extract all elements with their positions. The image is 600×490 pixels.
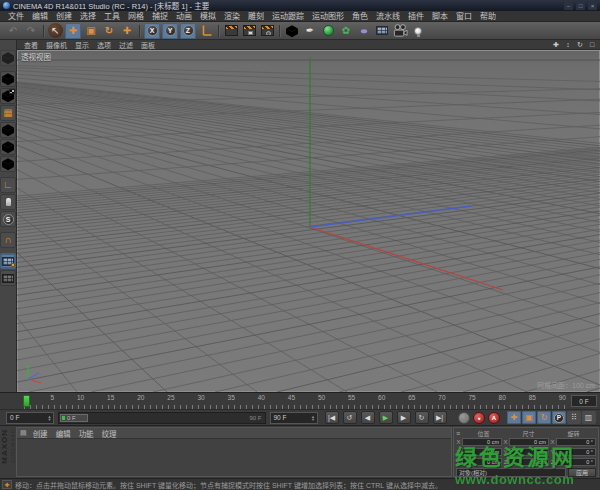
panel-menu-icon[interactable]: ≡	[456, 430, 460, 437]
magnet-snap-button[interactable]: ∩	[0, 232, 16, 248]
viewport-menu-item[interactable]: 摄像机	[42, 40, 71, 50]
current-frame-marker[interactable]	[23, 395, 30, 407]
rotate-view-button[interactable]: ↻	[575, 40, 585, 49]
menubar-item[interactable]: 雕刻	[244, 11, 268, 22]
record-active-objects-button[interactable]: ●	[473, 412, 485, 424]
panel-menu-icon[interactable]: ▤	[20, 429, 27, 437]
menubar-item[interactable]: 脚本	[428, 11, 452, 22]
menubar-item[interactable]: 捕捉	[148, 11, 172, 22]
add-spline-button[interactable]: ✒	[302, 23, 318, 39]
viewport-menu-item[interactable]: 显示	[71, 40, 93, 50]
axis-lock-button[interactable]: ∟	[0, 177, 16, 193]
timeline-ticks[interactable]: 051015202530354045505560657075808590	[24, 394, 566, 409]
menubar-item[interactable]: 运动图形	[308, 11, 348, 22]
next-frame-button[interactable]: ▶	[397, 411, 411, 424]
locked-workplane-button[interactable]	[0, 270, 16, 286]
material-menu-item[interactable]: 创建	[29, 428, 52, 439]
menubar-item[interactable]: 网格	[124, 11, 148, 22]
menubar-item[interactable]: 选择	[76, 11, 100, 22]
workplane-button[interactable]	[0, 253, 16, 269]
add-light-button[interactable]	[410, 23, 426, 39]
key-position-toggle[interactable]: ✚	[507, 411, 521, 424]
coord-value-field[interactable]: 0 °	[556, 448, 596, 456]
coord-value-field[interactable]: 0 cm	[509, 438, 549, 446]
redo-button[interactable]: ↷	[23, 23, 39, 39]
apply-button[interactable]: 应用	[568, 468, 596, 477]
undo-button[interactable]: ↶	[5, 23, 21, 39]
render-settings-button[interactable]	[259, 23, 275, 39]
move-tool[interactable]: ✚	[65, 23, 81, 39]
coord-value-field[interactable]: 0 °	[556, 438, 596, 446]
viewport-menu-item[interactable]: 过滤	[115, 40, 137, 50]
menubar-item[interactable]: 运动跟踪	[268, 11, 308, 22]
autokeying-button[interactable]: A	[488, 412, 500, 424]
pan-view-button[interactable]: ✚	[551, 40, 561, 49]
coord-value-field[interactable]: 0 cm	[462, 438, 502, 446]
live-selection-tool[interactable]: ↖	[48, 23, 63, 38]
goto-previous-key-button[interactable]: ↺	[343, 411, 357, 424]
coord-value-field[interactable]: 0 °	[556, 458, 596, 466]
viewport-menu-item[interactable]: 选项	[93, 40, 115, 50]
key-parameter-toggle[interactable]: P	[552, 411, 566, 424]
add-generator-button[interactable]	[320, 23, 336, 39]
menubar-item[interactable]: 帮助	[476, 11, 500, 22]
spinner-arrows-icon[interactable]: ▲▼	[310, 415, 317, 421]
range-end-field[interactable]: 90 F ▲▼	[270, 412, 318, 424]
scale-tool[interactable]: ▣	[83, 23, 99, 39]
maximize-button[interactable]: □	[576, 2, 585, 10]
add-camera-button[interactable]	[392, 23, 408, 39]
menubar-item[interactable]: 工具	[100, 11, 124, 22]
make-editable-button[interactable]	[0, 50, 16, 66]
last-used-tool[interactable]: ✚	[119, 23, 135, 39]
coord-value-field[interactable]: 0 cm	[509, 448, 549, 456]
edges-mode-button[interactable]	[0, 122, 16, 138]
add-floor-button[interactable]	[374, 23, 390, 39]
play-button[interactable]: ▶	[379, 411, 393, 424]
material-list-area[interactable]	[17, 439, 451, 476]
spinner-arrows-icon[interactable]: ▲▼	[46, 415, 53, 421]
menubar-item[interactable]: 窗口	[452, 11, 476, 22]
lock-z-axis-button[interactable]: Z	[180, 23, 196, 39]
menubar-item[interactable]: 文件	[4, 11, 28, 22]
viewport-menu-item[interactable]: 查看	[20, 40, 42, 50]
menubar-item[interactable]: 编辑	[28, 11, 52, 22]
rotate-tool[interactable]: ↻	[101, 23, 117, 39]
model-mode-button[interactable]	[0, 71, 16, 87]
goto-next-key-button[interactable]: ↻	[415, 411, 429, 424]
points-mode-button[interactable]: ▦	[0, 105, 16, 121]
add-deformer-button[interactable]: ✿	[338, 23, 354, 39]
coord-value-field[interactable]: 0 cm	[462, 458, 502, 466]
timeline-slider-handle[interactable]: 0 F	[60, 414, 88, 422]
title-bar[interactable]: CINEMA 4D R14&011 Studio (RC - R14) - [未…	[0, 0, 600, 11]
minimize-button[interactable]: –	[564, 2, 573, 10]
material-menu-item[interactable]: 纹理	[98, 428, 121, 439]
polygons-mode-button[interactable]	[0, 139, 16, 155]
object-axis-mode-button[interactable]	[0, 156, 16, 172]
menubar-item[interactable]: 流水线	[372, 11, 404, 22]
key-scale-toggle[interactable]: ▣	[522, 411, 536, 424]
coord-value-field[interactable]: 0 cm	[462, 448, 502, 456]
add-environment-button[interactable]: ●	[356, 23, 372, 39]
timeline-layout-button[interactable]: ▥	[582, 411, 596, 424]
goto-end-button[interactable]: ▶|	[433, 411, 447, 424]
key-pla-toggle[interactable]: ⠿	[567, 411, 581, 424]
lock-x-axis-button[interactable]: X	[144, 23, 160, 39]
key-rotation-toggle[interactable]: ↻	[537, 411, 551, 424]
render-picture-viewer-button[interactable]	[241, 23, 257, 39]
viewport-solo-button[interactable]	[0, 194, 16, 210]
timeline-ruler[interactable]: 051015202530354045505560657075808590 0 F	[0, 392, 600, 409]
material-menu-item[interactable]: 编辑	[52, 428, 75, 439]
close-button[interactable]: ×	[588, 2, 597, 10]
range-start-field[interactable]: 0 F ▲▼	[6, 412, 54, 424]
perspective-viewport[interactable]: 透视视图 网格间距：100 cm	[17, 50, 600, 392]
menubar-item[interactable]: 创建	[52, 11, 76, 22]
snap-button[interactable]: S	[0, 211, 16, 227]
toggle-view-button[interactable]: □	[587, 40, 597, 49]
menubar-item[interactable]: 插件	[404, 11, 428, 22]
menubar-item[interactable]: 模拟	[196, 11, 220, 22]
add-cube-button[interactable]	[284, 23, 300, 39]
transform-mode-select[interactable]: 对象(相对)	[456, 468, 566, 477]
timeline-slider[interactable]: 0 F 90 F	[58, 412, 266, 424]
previous-frame-button[interactable]: ◀	[361, 411, 375, 424]
material-menu-item[interactable]: 功能	[75, 428, 98, 439]
